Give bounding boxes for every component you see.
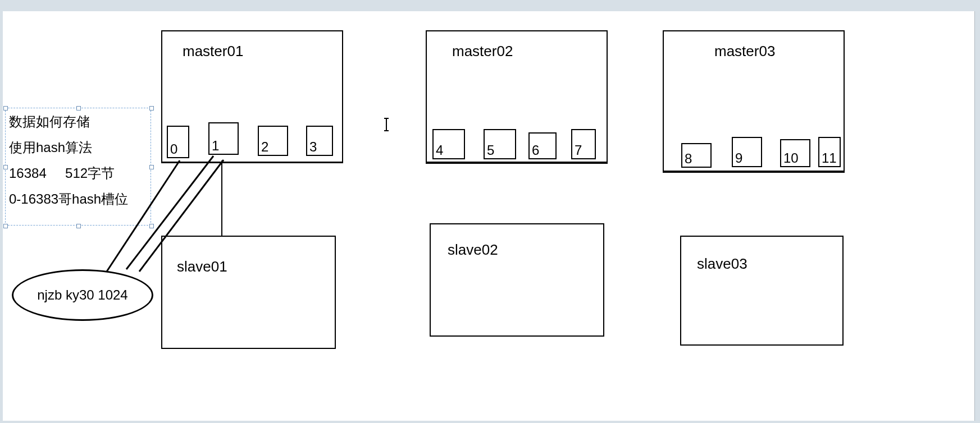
master03-slot-11: 11 — [818, 137, 841, 167]
notes-line1: 数据如何存储 — [9, 113, 147, 131]
slot-label: 1 — [212, 138, 219, 154]
master03-slot-10: 10 — [780, 139, 810, 167]
slave01-label: slave01 — [177, 258, 227, 275]
selection-handle[interactable] — [3, 224, 8, 228]
slot-label: 10 — [783, 150, 799, 166]
notes-line4: 0-16383哥hash槽位 — [9, 190, 147, 208]
slot-label: 11 — [822, 150, 837, 166]
selection-handle[interactable] — [76, 224, 81, 228]
notes-line3b: 512字节 — [65, 165, 115, 181]
master01-slot-0: 0 — [167, 126, 189, 158]
selection-handle[interactable] — [149, 224, 154, 228]
ellipse-label: njzb ky30 1024 — [37, 287, 127, 303]
slot-label: 7 — [575, 142, 582, 158]
notes-line3: 16384 512字节 — [9, 164, 147, 182]
slave03-label: slave03 — [697, 255, 747, 273]
slot-label: 5 — [487, 142, 494, 158]
slave02-box — [430, 223, 604, 337]
slot-label: 4 — [436, 142, 443, 158]
notes-line3a: 16384 — [9, 165, 47, 181]
notes-line2: 使用hash算法 — [9, 139, 147, 157]
selection-handle[interactable] — [3, 165, 8, 169]
master02-slot-7: 7 — [571, 129, 596, 159]
slot-label: 3 — [309, 139, 317, 155]
slot-label: 8 — [685, 151, 692, 167]
notes-textbox[interactable]: 数据如何存储 使用hash算法 16384 512字节 0-16383哥hash… — [5, 108, 151, 226]
master02-slot-5: 5 — [484, 129, 516, 159]
master01-slot-2: 2 — [258, 126, 288, 156]
selection-handle[interactable] — [149, 165, 154, 169]
slot-label: 0 — [170, 141, 177, 157]
data-ellipse: njzb ky30 1024 — [12, 269, 153, 321]
selection-handle[interactable] — [149, 106, 154, 111]
master01-slot-3: 3 — [306, 126, 333, 156]
text-cursor — [386, 119, 387, 130]
selection-handle[interactable] — [76, 106, 81, 111]
master01-label: master01 — [183, 43, 243, 60]
diagram-canvas: master01 0 1 2 3 master02 4 5 6 7 master… — [3, 11, 975, 421]
master01-slot-1: 1 — [208, 122, 239, 155]
slave01-box — [161, 236, 336, 349]
slot-label: 2 — [261, 139, 268, 155]
slot-label: 6 — [532, 142, 539, 158]
slot-label: 9 — [735, 150, 742, 166]
master02-slot-4: 4 — [432, 129, 465, 159]
master03-slot-8: 8 — [681, 143, 712, 168]
master03-slot-9: 9 — [732, 137, 762, 167]
selection-handle[interactable] — [3, 106, 8, 111]
master02-slot-6: 6 — [528, 132, 557, 159]
slave03-box — [680, 236, 844, 346]
slave02-label: slave02 — [448, 241, 498, 259]
master02-label: master02 — [452, 43, 513, 60]
master03-label: master03 — [714, 43, 775, 60]
